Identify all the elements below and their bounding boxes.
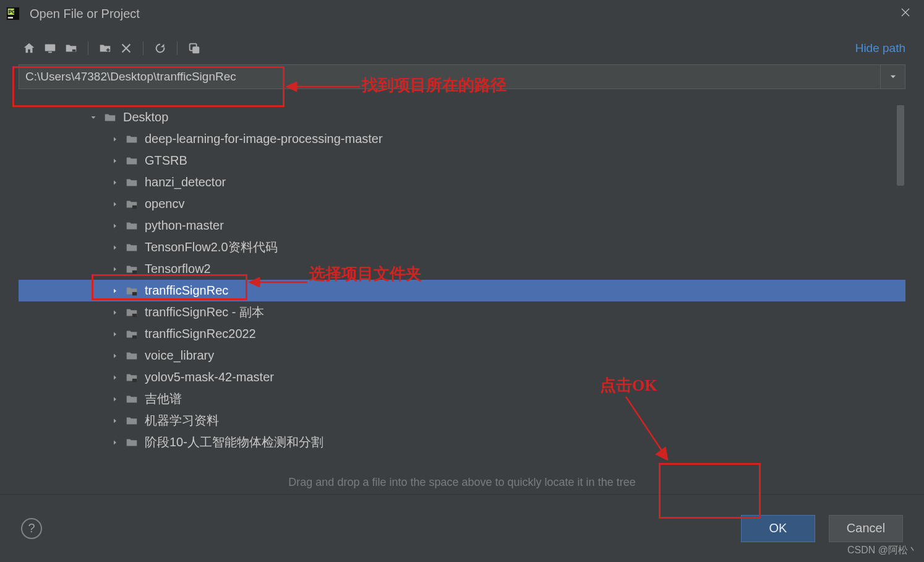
- tree-node-label: Desktop: [123, 106, 168, 128]
- tree-node-label: 阶段10-人工智能物体检测和分割: [145, 431, 323, 453]
- path-history-dropdown[interactable]: [881, 64, 905, 89]
- title-bar: PC Open File or Project: [0, 0, 924, 27]
- folder-icon: [125, 176, 141, 189]
- tree-node[interactable]: 吉他谱: [19, 388, 905, 410]
- toolbar-separator: [88, 41, 88, 55]
- project-folder-icon[interactable]: [61, 40, 82, 57]
- chevron-right-icon[interactable]: [105, 157, 125, 165]
- folder-icon: [125, 284, 141, 298]
- tree-node-label: opencv: [145, 193, 185, 215]
- refresh-icon[interactable]: [150, 40, 171, 57]
- show-hidden-icon[interactable]: [184, 40, 205, 57]
- tree-node-label: python-master: [145, 215, 224, 236]
- toolbar: [19, 40, 205, 57]
- tree-node-label: deep-learning-for-image-processing-maste…: [145, 128, 383, 150]
- chevron-right-icon[interactable]: [105, 417, 125, 425]
- chevron-right-icon[interactable]: [105, 287, 125, 295]
- cancel-button[interactable]: Cancel: [829, 515, 903, 542]
- folder-icon: [125, 219, 141, 233]
- svg-rect-14: [132, 378, 137, 382]
- tree-node[interactable]: tranfficSignRec - 副本: [19, 301, 905, 323]
- folder-icon: [125, 392, 141, 406]
- folder-icon: [125, 241, 141, 254]
- folder-icon: [125, 132, 141, 146]
- chevron-right-icon[interactable]: [105, 439, 125, 446]
- toolbar-separator: [177, 41, 178, 55]
- hide-path-link[interactable]: Hide path: [855, 41, 905, 55]
- tree-node[interactable]: tranfficSignRec2022: [19, 323, 905, 345]
- folder-icon: [125, 436, 141, 449]
- svg-rect-11: [132, 292, 137, 295]
- scrollbar-thumb[interactable]: [897, 105, 904, 186]
- tree-node-label: Tensorflow2: [145, 258, 211, 280]
- chevron-right-icon[interactable]: [105, 309, 125, 316]
- folder-icon: [125, 306, 141, 319]
- chevron-right-icon[interactable]: [105, 136, 125, 143]
- help-button[interactable]: ?: [21, 518, 42, 539]
- tree-node[interactable]: voice_library: [19, 345, 905, 366]
- new-folder-icon[interactable]: [95, 40, 116, 57]
- file-tree[interactable]: Desktop deep-learning-for-image-processi…: [19, 105, 905, 457]
- tree-node[interactable]: hanzi_detector: [19, 171, 905, 193]
- path-input[interactable]: [19, 64, 881, 89]
- chevron-down-icon[interactable]: [83, 114, 103, 121]
- chevron-right-icon[interactable]: [105, 374, 125, 381]
- tree-node-label: tranfficSignRec: [145, 280, 228, 301]
- folder-icon: [125, 414, 141, 428]
- svg-rect-12: [132, 313, 137, 317]
- tree-node[interactable]: opencv: [19, 193, 905, 215]
- folder-icon: [125, 197, 141, 211]
- tree-node[interactable]: TensonFlow2.0资料代码: [19, 236, 905, 258]
- dialog-actions: OK Cancel: [741, 515, 903, 542]
- dialog-footer: ? OK Cancel: [0, 494, 924, 562]
- delete-icon[interactable]: [116, 40, 137, 57]
- tree-node[interactable]: Tensorflow2: [19, 258, 905, 280]
- chevron-right-icon[interactable]: [105, 244, 125, 251]
- tree-node-label: tranfficSignRec - 副本: [145, 301, 264, 323]
- folder-icon: [125, 262, 141, 276]
- path-row: [19, 64, 905, 89]
- close-button[interactable]: [893, 7, 918, 21]
- chevron-right-icon[interactable]: [105, 331, 125, 338]
- ok-button[interactable]: OK: [741, 515, 815, 542]
- folder-icon: [125, 349, 141, 363]
- drop-hint: Drag and drop a file into the space abov…: [0, 476, 924, 489]
- tree-node[interactable]: 机器学习资料: [19, 410, 905, 431]
- svg-rect-8: [192, 46, 199, 53]
- folder-icon: [125, 327, 141, 341]
- folder-icon: [125, 154, 141, 168]
- tree-node[interactable]: deep-learning-for-image-processing-maste…: [19, 128, 905, 150]
- chevron-right-icon[interactable]: [105, 179, 125, 186]
- svg-rect-6: [72, 50, 76, 52]
- tree-node[interactable]: 阶段10-人工智能物体检测和分割: [19, 431, 905, 453]
- svg-rect-13: [132, 335, 137, 339]
- tree-node-label: GTSRB: [145, 150, 187, 171]
- tree-node-label: voice_library: [145, 345, 214, 366]
- chevron-right-icon[interactable]: [105, 201, 125, 208]
- tree-node-label: 机器学习资料: [145, 410, 219, 431]
- svg-rect-5: [48, 52, 52, 53]
- toolbar-row: Hide path: [0, 27, 924, 61]
- tree-node-label: tranfficSignRec2022: [145, 323, 256, 345]
- chevron-right-icon[interactable]: [105, 396, 125, 403]
- folder-icon: [125, 371, 141, 384]
- svg-rect-3: [8, 17, 13, 19]
- watermark: CSDN @阿松丶: [847, 544, 918, 557]
- tree-node[interactable]: python-master: [19, 215, 905, 236]
- desktop-icon[interactable]: [40, 40, 61, 57]
- tree-node[interactable]: tranfficSignRec: [19, 280, 905, 301]
- svg-text:PC: PC: [9, 9, 16, 15]
- toolbar-separator: [143, 41, 143, 55]
- tree-node-label: hanzi_detector: [145, 171, 226, 193]
- chevron-down-icon: [889, 72, 897, 81]
- tree-scrollbar[interactable]: [897, 105, 904, 457]
- chevron-right-icon[interactable]: [105, 266, 125, 273]
- chevron-right-icon[interactable]: [105, 352, 125, 360]
- tree-node-label: yolov5-mask-42-master: [145, 366, 274, 388]
- chevron-right-icon[interactable]: [105, 222, 125, 230]
- tree-node[interactable]: GTSRB: [19, 150, 905, 171]
- home-icon[interactable]: [19, 40, 40, 57]
- svg-rect-10: [132, 270, 137, 274]
- tree-node-desktop[interactable]: Desktop: [19, 106, 905, 128]
- tree-node[interactable]: yolov5-mask-42-master: [19, 366, 905, 388]
